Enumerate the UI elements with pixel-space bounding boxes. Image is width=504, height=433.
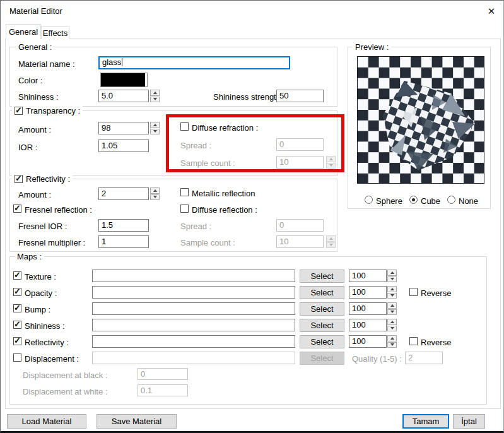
metallic-reflection-checkbox[interactable] — [180, 188, 189, 196]
reflectivity-spread-input: 0 — [276, 219, 324, 232]
spin-up-icon[interactable] — [387, 319, 397, 325]
displacement-label: Displacement : — [25, 354, 79, 364]
diffuse-reflection-label: Diffuse reflection : — [192, 205, 257, 215]
bump-checkbox[interactable] — [13, 304, 21, 312]
reflectivity-map-amount-updown[interactable] — [387, 335, 397, 348]
reflectivity-map-select-button[interactable]: Select — [300, 335, 344, 348]
texture-select-button[interactable]: Select — [300, 270, 344, 283]
reflectivity-amount-updown[interactable] — [150, 187, 160, 200]
spin-up-icon[interactable] — [387, 270, 397, 276]
shininess-updown[interactable] — [150, 90, 160, 102]
shininess-strength-input[interactable]: 50 — [276, 90, 324, 102]
opacity-label: Opacity : — [25, 288, 57, 298]
reflectivity-spread-label: Spread : — [180, 222, 211, 231]
fresnel-ior-input[interactable]: 1.5 — [98, 219, 149, 232]
preview-none-label: None — [459, 196, 478, 206]
preview-render — [357, 56, 484, 184]
shininess-map-amount-updown[interactable] — [387, 319, 397, 331]
spin-down-icon[interactable] — [150, 194, 160, 201]
reflectivity-reverse-checkbox[interactable] — [409, 337, 418, 345]
displacement-select-button: Select — [300, 352, 344, 365]
ok-button[interactable]: Tamam — [402, 414, 449, 429]
reflectivity-amount-input[interactable]: 2 — [98, 187, 149, 200]
spin-up-icon[interactable] — [150, 187, 160, 194]
load-material-button[interactable]: Load Material — [7, 414, 86, 429]
texture-amount-input[interactable]: 100 — [349, 270, 387, 282]
texture-path-input[interactable] — [92, 270, 295, 282]
displacement-black-label: Displacement at black : — [23, 371, 107, 380]
transparency-spread-label: Spread : — [180, 141, 211, 150]
shininess-map-checkbox[interactable] — [13, 321, 21, 329]
tab-effects[interactable]: Effects — [41, 26, 69, 39]
shininess-map-label: Shininess : — [25, 321, 65, 331]
spin-down-icon[interactable] — [387, 276, 397, 283]
spin-up-icon[interactable] — [150, 90, 160, 96]
spin-down-icon — [326, 242, 336, 249]
material-name-input[interactable]: glass — [98, 56, 290, 69]
reflectivity-group-header: Reflectivity : — [12, 174, 73, 184]
displacement-black-input: 0 — [138, 368, 188, 380]
preview-none-radio[interactable] — [447, 196, 455, 204]
reflectivity-map-path-input[interactable] — [92, 335, 295, 348]
opacity-reverse-checkbox[interactable] — [409, 288, 418, 296]
shininess-input[interactable]: 5.0 — [98, 90, 149, 102]
spin-down-icon[interactable] — [150, 129, 160, 135]
transparency-amount-input[interactable]: 98 — [98, 122, 149, 134]
spin-down-icon[interactable] — [387, 342, 397, 348]
opacity-amount-updown[interactable] — [387, 286, 397, 299]
spin-down-icon[interactable] — [387, 309, 397, 316]
spin-up-icon[interactable] — [387, 302, 397, 309]
diffuse-reflection-checkbox[interactable] — [180, 205, 189, 213]
spin-down-icon[interactable] — [387, 293, 397, 299]
color-swatch-button[interactable] — [100, 73, 148, 87]
reflectivity-sample-count-updown — [326, 235, 336, 248]
transparency-amount-updown[interactable] — [150, 122, 160, 134]
metallic-reflection-label: Metallic reflection — [192, 189, 255, 198]
cancel-button[interactable]: İptal — [453, 414, 485, 429]
spin-up-icon[interactable] — [150, 122, 160, 128]
displacement-checkbox[interactable] — [13, 353, 21, 362]
reflectivity-map-checkbox[interactable] — [13, 337, 21, 345]
bump-amount-input[interactable]: 100 — [349, 302, 387, 315]
text-caret — [122, 58, 122, 66]
reflectivity-amount-label: Amount : — [18, 190, 51, 199]
fresnel-reflection-label: Fresnel reflection : — [25, 205, 92, 215]
ior-input[interactable]: 1.05 — [98, 139, 149, 152]
quality-label: Quality (1-5) : — [352, 354, 402, 364]
reflectivity-map-amount-input[interactable]: 100 — [349, 335, 387, 348]
texture-checkbox[interactable] — [13, 271, 21, 280]
shininess-map-select-button[interactable]: Select — [300, 319, 344, 332]
preview-group-label: Preview : — [353, 42, 391, 52]
opacity-amount-input[interactable]: 100 — [349, 286, 387, 299]
fresnel-multiplier-input[interactable]: 1 — [98, 235, 149, 248]
bump-select-button[interactable]: Select — [300, 302, 344, 316]
spin-up-icon[interactable] — [387, 286, 397, 292]
opacity-path-input[interactable] — [92, 286, 295, 299]
material-editor-dialog: Material Editor ✕ Effects General Genera… — [0, 0, 504, 433]
opacity-select-button[interactable]: Select — [300, 286, 344, 299]
preview-sphere-radio[interactable] — [365, 196, 373, 204]
preview-cube-radio[interactable] — [409, 196, 418, 204]
maps-group-label: Maps : — [15, 252, 44, 261]
tab-general[interactable]: General — [6, 24, 41, 39]
save-material-button[interactable]: Save Material — [97, 414, 177, 429]
transparency-checkbox[interactable] — [15, 107, 23, 115]
transparency-group-header: Transparency : — [12, 105, 83, 116]
displacement-white-label: Displacement at white : — [23, 387, 107, 396]
shininess-map-path-input[interactable] — [92, 319, 295, 331]
fresnel-reflection-checkbox[interactable] — [13, 205, 21, 213]
close-icon[interactable]: ✕ — [485, 5, 498, 18]
spin-up-icon[interactable] — [387, 335, 397, 341]
general-group-label: General : — [16, 42, 54, 52]
spin-down-icon — [326, 163, 336, 169]
diffuse-refraction-checkbox[interactable] — [180, 122, 189, 131]
texture-amount-updown[interactable] — [387, 270, 397, 282]
reflectivity-checkbox[interactable] — [15, 175, 23, 183]
opacity-checkbox[interactable] — [13, 288, 21, 296]
bump-amount-updown[interactable] — [387, 302, 397, 315]
transparency-sample-count-label: Sample count : — [180, 158, 235, 168]
spin-down-icon[interactable] — [150, 97, 160, 103]
shininess-map-amount-input[interactable]: 100 — [349, 319, 387, 331]
bump-path-input[interactable] — [92, 302, 295, 315]
spin-down-icon[interactable] — [387, 326, 397, 332]
